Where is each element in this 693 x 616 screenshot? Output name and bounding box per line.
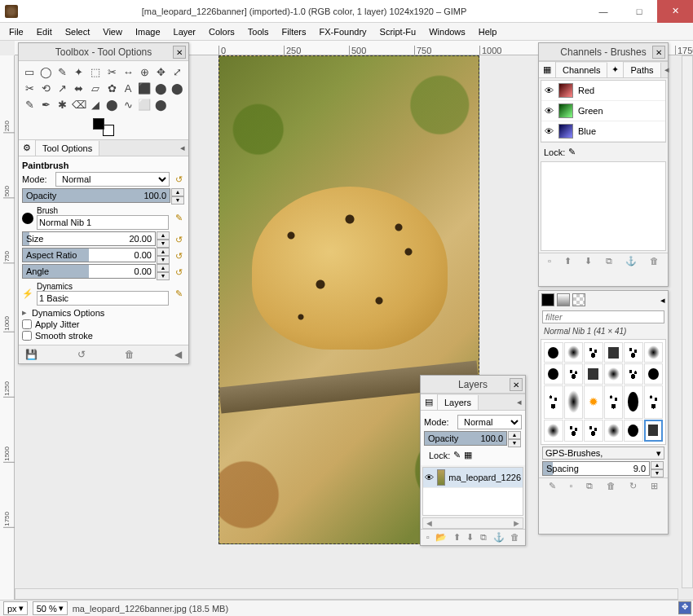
brush-cell[interactable] [564, 385, 584, 419]
opacity-spinner[interactable]: ▲▼ [171, 188, 184, 205]
mode-select[interactable]: Normal [55, 172, 170, 187]
spacing-spinner[interactable]: ▲▼ [651, 461, 664, 477]
brush-cell[interactable]: ✹ [584, 385, 603, 419]
tool-button-26[interactable]: ∿ [121, 97, 135, 112]
tool-button-16[interactable]: A [121, 81, 135, 95]
lock-pixels-icon[interactable]: ✎ [453, 450, 461, 460]
brush-pattern-swatch-icon[interactable] [572, 293, 585, 306]
layer-name[interactable]: ma_leopard_1226 [448, 473, 521, 482]
brush-cell[interactable] [624, 342, 643, 363]
lock-icon[interactable]: ✎ [568, 147, 576, 157]
brush-name[interactable]: Normal Nib 1 [39, 218, 166, 227]
new-layer-icon[interactable]: ▫ [426, 532, 430, 543]
tool-button-27[interactable]: ⬜ [137, 97, 152, 112]
anchor-layer-icon[interactable]: ⚓ [493, 532, 505, 543]
brush-cell[interactable] [624, 385, 643, 419]
minimize-button[interactable]: — [585, 0, 621, 23]
angle-slider[interactable]: Angle 0.00 ▲▼ [22, 264, 156, 279]
dynamics-options-label[interactable]: Dynamics Options [32, 308, 104, 318]
angle-spinner[interactable]: ▲▼ [157, 264, 170, 280]
channel-item-green[interactable]: 👁 Green [541, 101, 665, 121]
tool-button-12[interactable]: ↗ [55, 81, 69, 95]
lower-channel-icon[interactable]: ⬇ [585, 256, 592, 266]
layer-down-icon[interactable]: ⬇ [466, 532, 474, 543]
layer-scrollbar[interactable]: ◄► [422, 517, 523, 529]
brush-cell[interactable] [544, 342, 563, 363]
expand-icon[interactable]: ▸ [22, 307, 27, 318]
navigation-icon[interactable]: ✥ [678, 601, 691, 614]
layer-item[interactable]: 👁 ma_leopard_1226 [423, 468, 523, 488]
panel-close-icon[interactable]: ✕ [173, 46, 186, 59]
tool-button-9[interactable]: ⤢ [170, 64, 185, 79]
brush-cell[interactable] [604, 385, 624, 419]
fg-color-icon[interactable] [93, 118, 104, 130]
panel-menu-icon[interactable]: ◂ [661, 63, 673, 77]
close-button[interactable]: ✕ [657, 0, 693, 23]
brush-cell[interactable] [544, 385, 563, 419]
menu-help[interactable]: Help [473, 25, 503, 38]
reset-icon[interactable]: ↺ [172, 173, 185, 186]
dynamics-icon[interactable]: ⚡ [22, 288, 33, 299]
tool-button-6[interactable]: ↔ [121, 64, 135, 79]
tool-button-8[interactable]: ✥ [154, 64, 169, 79]
brush-cell[interactable] [644, 385, 664, 419]
panel-menu-icon[interactable]: ◂ [514, 395, 525, 409]
channel-item-blue[interactable]: 👁 Blue [541, 121, 665, 142]
tab-tool-options[interactable]: Tool Options [36, 141, 99, 156]
layer-mode-select[interactable]: Normal [457, 415, 522, 429]
panel-close-icon[interactable]: ✕ [652, 46, 665, 59]
tool-button-10[interactable]: ✂ [22, 81, 37, 95]
menu-tools[interactable]: Tools [242, 25, 275, 38]
aspect-reset-icon[interactable]: ↺ [172, 249, 185, 262]
aspect-spinner[interactable]: ▲▼ [157, 248, 170, 264]
tool-button-14[interactable]: ▱ [88, 81, 103, 95]
brush-category-select[interactable]: GPS-Brushes,▾ [542, 447, 664, 460]
restore-preset-icon[interactable]: ↺ [77, 349, 86, 360]
channels-header[interactable]: Channels - Brushes ✕ [539, 43, 668, 61]
brush-cell[interactable] [564, 363, 584, 384]
menu-view[interactable]: View [97, 25, 128, 38]
brush-cell[interactable] [644, 342, 664, 363]
refresh-brush-icon[interactable]: ↻ [629, 481, 637, 491]
visibility-icon[interactable]: 👁 [545, 126, 554, 136]
angle-reset-icon[interactable]: ↺ [172, 266, 185, 279]
size-spinner[interactable]: ▲▼ [157, 231, 170, 248]
unit-select[interactable]: px▾ [3, 601, 28, 615]
tool-button-21[interactable]: ✒ [38, 97, 53, 112]
size-slider[interactable]: Size 20.00 ▲▼ [22, 231, 156, 246]
menu-select[interactable]: Select [60, 25, 96, 38]
tool-button-7[interactable]: ⊕ [137, 64, 152, 79]
tool-button-25[interactable]: ⬤ [104, 97, 119, 112]
tab-channels[interactable]: Channels [556, 63, 607, 77]
layer-opacity-spinner[interactable]: ▲▼ [508, 431, 521, 447]
panel-menu-icon[interactable]: ◂ [177, 141, 188, 155]
delete-channel-icon[interactable]: 🗑 [650, 256, 659, 266]
brush-preview-icon[interactable] [22, 213, 33, 224]
dynamics-value[interactable]: 1 Basic [39, 293, 166, 303]
menu-fxfoundry[interactable]: FX-Foundry [313, 25, 372, 38]
smooth-stroke-checkbox[interactable] [22, 331, 32, 341]
brush-cell[interactable] [584, 342, 603, 363]
menu-file[interactable]: File [3, 25, 29, 38]
menu-image[interactable]: Image [130, 25, 166, 38]
tool-button-18[interactable]: ⬤ [154, 81, 169, 95]
tool-button-4[interactable]: ⬚ [88, 64, 103, 79]
delete-brush-icon[interactable]: 🗑 [607, 481, 616, 491]
visibility-icon[interactable]: 👁 [545, 106, 554, 116]
layer-up-icon[interactable]: ⬆ [453, 532, 461, 543]
brush-cell[interactable] [584, 420, 603, 442]
menu-colors[interactable]: Colors [203, 25, 241, 38]
tool-button-0[interactable]: ▭ [22, 64, 37, 79]
brush-cell[interactable] [544, 363, 563, 384]
scrollbar-horizontal[interactable] [15, 588, 678, 600]
channel-item-red[interactable]: 👁 Red [541, 81, 665, 101]
menu-filters[interactable]: Filters [276, 25, 312, 38]
brush-cell[interactable] [644, 363, 664, 384]
layer-group-icon[interactable]: 📂 [435, 532, 447, 543]
menu-scriptfu[interactable]: Script-Fu [374, 25, 422, 38]
maximize-button[interactable]: □ [621, 0, 657, 23]
apply-jitter-checkbox[interactable] [22, 319, 32, 329]
aspect-slider[interactable]: Aspect Ratio 0.00 ▲▼ [22, 248, 156, 262]
tool-button-23[interactable]: ⌫ [72, 97, 86, 112]
save-preset-icon[interactable]: 💾 [25, 349, 38, 360]
